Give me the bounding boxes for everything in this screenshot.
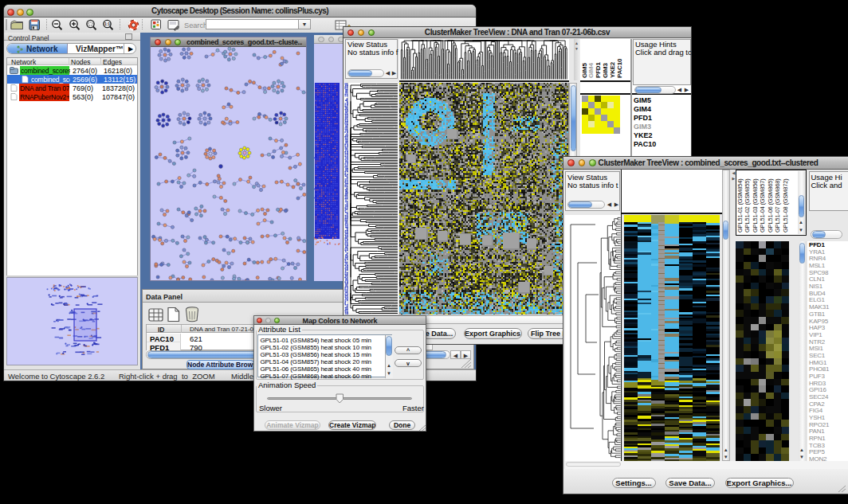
svg-text:1:1: 1:1: [104, 21, 110, 26]
